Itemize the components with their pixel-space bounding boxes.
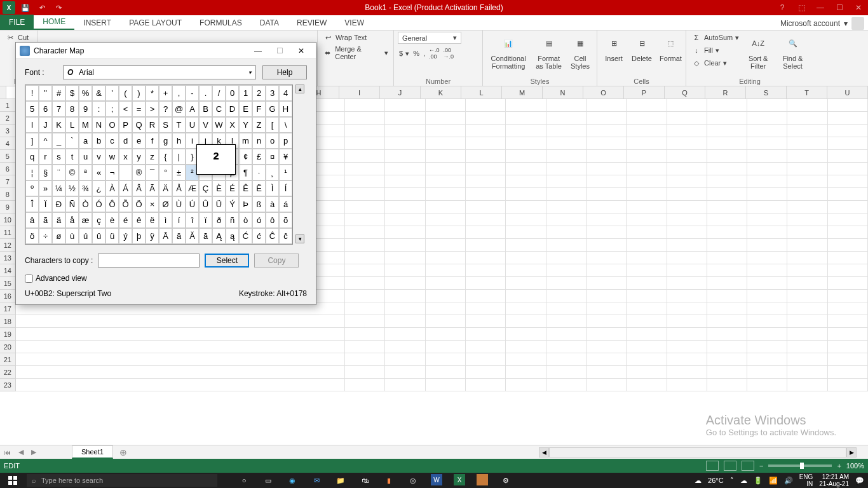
character-grid[interactable]: !"#$%&'()*+,-./0123456789:;<=>?@ABCDEFGH… [25, 85, 293, 245]
char-cell[interactable]: j [199, 133, 212, 149]
column-header[interactable]: Q [665, 86, 705, 98]
char-cell[interactable]: X [226, 117, 239, 133]
char-cell[interactable]: * [146, 85, 159, 101]
char-cell[interactable]: ą [226, 228, 239, 244]
char-cell[interactable]: ¡ [226, 149, 239, 165]
task-view-icon[interactable]: ▭ [262, 474, 275, 487]
char-cell[interactable]: w [105, 149, 119, 165]
cell[interactable] [587, 379, 627, 391]
char-cell[interactable]: Õ [119, 196, 132, 212]
char-cell[interactable]: Ô [105, 196, 119, 212]
cell[interactable] [506, 125, 546, 137]
char-cell[interactable]: ° [159, 165, 172, 180]
cell[interactable] [667, 264, 707, 277]
cell[interactable] [506, 328, 546, 341]
cell[interactable] [787, 341, 827, 353]
row-header[interactable]: 14 [0, 264, 16, 277]
char-cell[interactable]: ¨ [52, 165, 65, 180]
cell[interactable] [385, 226, 425, 239]
cell[interactable] [426, 252, 466, 264]
column-header[interactable]: M [502, 86, 543, 98]
cell[interactable] [707, 214, 747, 226]
cell[interactable] [546, 252, 587, 264]
cell[interactable] [707, 188, 747, 201]
cell[interactable] [627, 188, 667, 201]
char-cell[interactable]: G [266, 101, 279, 117]
cell[interactable] [787, 328, 827, 341]
cell[interactable] [667, 341, 707, 353]
char-cell[interactable]: : [92, 101, 105, 117]
cell[interactable] [426, 150, 466, 163]
cell[interactable] [546, 150, 587, 163]
cell[interactable] [506, 214, 546, 226]
cell[interactable] [707, 302, 747, 315]
char-cell[interactable]: Ò [79, 196, 92, 212]
cell[interactable] [345, 353, 385, 366]
char-cell[interactable]: > [146, 101, 159, 117]
cell[interactable] [426, 328, 466, 341]
cell[interactable] [828, 112, 868, 125]
cell[interactable] [627, 175, 667, 188]
char-cell[interactable]: Â [132, 180, 146, 196]
cell[interactable] [747, 175, 787, 188]
zoom-out-icon[interactable]: − [759, 462, 763, 470]
char-cell[interactable]: ā [172, 228, 186, 244]
cell[interactable] [426, 379, 466, 391]
char-cell[interactable]: - [186, 85, 199, 101]
char-cell[interactable]: D [226, 101, 239, 117]
cell[interactable] [828, 353, 868, 366]
cell[interactable] [345, 290, 385, 302]
accounting-format-button[interactable]: $▾ [398, 46, 410, 60]
cell[interactable] [587, 188, 627, 201]
cell[interactable] [747, 353, 787, 366]
minimize-icon[interactable]: — [811, 0, 830, 15]
char-cell[interactable]: è [105, 212, 119, 228]
chars-to-copy-input[interactable] [98, 254, 200, 268]
cell[interactable] [747, 290, 787, 302]
column-header[interactable]: S [746, 86, 787, 98]
cell[interactable] [466, 366, 506, 379]
char-cell[interactable]: » [39, 180, 52, 196]
grid-scroll-down-icon[interactable]: ▾ [295, 234, 304, 243]
cell[interactable] [466, 188, 506, 201]
column-header[interactable]: U [827, 86, 868, 98]
cell[interactable] [707, 137, 747, 150]
char-cell[interactable]: 3 [266, 85, 279, 101]
increase-decimal-button[interactable]: ←.0.00 [428, 46, 441, 60]
char-cell[interactable]: à [266, 196, 279, 212]
cell[interactable] [426, 163, 466, 175]
char-cell[interactable]: ¼ [52, 180, 65, 196]
char-cell[interactable]: O [105, 117, 119, 133]
char-cell[interactable]: % [79, 85, 92, 101]
cell[interactable] [587, 150, 627, 163]
cell[interactable] [426, 112, 466, 125]
sheet-nav-first-icon[interactable]: ⏮ [0, 449, 15, 456]
cell[interactable] [426, 226, 466, 239]
zoom-level[interactable]: 100% [846, 462, 864, 470]
char-cell[interactable]: 8 [65, 101, 79, 117]
char-cell[interactable]: ï [199, 212, 212, 228]
cell[interactable] [385, 137, 425, 150]
cell[interactable] [707, 125, 747, 137]
cell[interactable] [747, 341, 787, 353]
char-cell[interactable]: \ [279, 117, 292, 133]
char-cell[interactable]: | [172, 149, 186, 165]
char-cell[interactable]: l [226, 133, 239, 149]
cell[interactable] [546, 226, 587, 239]
volume-icon[interactable]: 🔊 [784, 477, 793, 485]
cell[interactable] [787, 302, 827, 315]
cell[interactable] [747, 302, 787, 315]
cell[interactable] [667, 214, 707, 226]
cell[interactable] [546, 188, 587, 201]
cell[interactable] [426, 277, 466, 290]
char-cell[interactable]: ³ [199, 165, 212, 180]
row-header[interactable]: 19 [0, 328, 16, 341]
cell-styles-button[interactable]: ▦Cell Styles [567, 32, 593, 71]
cell[interactable] [627, 226, 667, 239]
cell[interactable] [385, 188, 425, 201]
char-cell[interactable]: í [172, 212, 186, 228]
char-cell[interactable]: õ [279, 212, 292, 228]
cell[interactable] [787, 315, 827, 328]
user-avatar-icon[interactable] [851, 17, 864, 30]
cell[interactable] [707, 328, 747, 341]
